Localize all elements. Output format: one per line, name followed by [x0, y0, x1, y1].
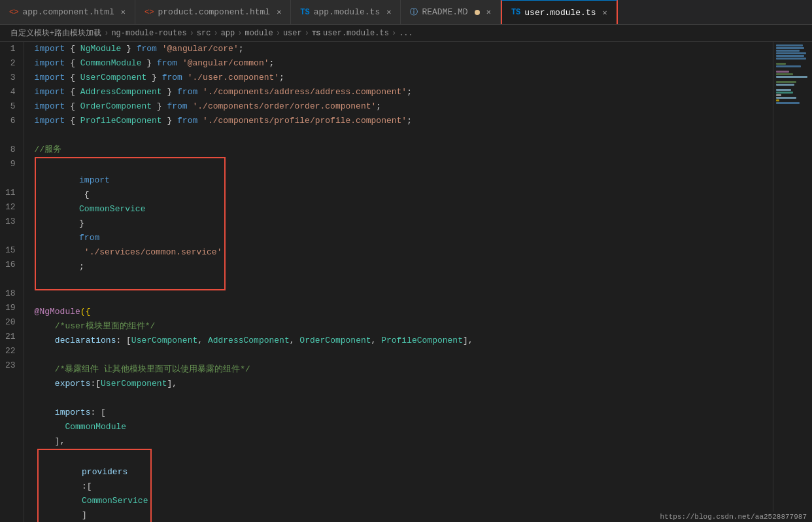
- punct: }: [121, 42, 136, 56]
- close-icon[interactable]: ✕: [486, 7, 491, 17]
- identifier: ProfileComponent: [80, 114, 162, 128]
- punct: }: [79, 218, 90, 228]
- info-icon: ⓘ: [410, 7, 418, 18]
- punct: }: [152, 99, 167, 114]
- code-line: import { CommonService } from './service…: [35, 157, 773, 290]
- tab-readme[interactable]: ⓘ README.MD ✕: [401, 0, 500, 25]
- breadcrumb: 自定义模块+路由模块加载 › ng-module-routes › src › …: [0, 25, 812, 42]
- code-line: import { ProfileComponent } from './comp…: [35, 114, 773, 128]
- property: exports: [55, 377, 91, 391]
- punct: ;: [407, 114, 412, 128]
- property: declarations: [55, 334, 116, 348]
- string: '@angular/core': [157, 42, 239, 56]
- identifier: OrderComponent: [299, 334, 371, 348]
- punct: }: [141, 56, 156, 71]
- code-line: [35, 128, 773, 143]
- close-icon[interactable]: ✕: [386, 7, 391, 17]
- breadcrumb-part: app: [221, 29, 235, 38]
- identifier: UserComponent: [101, 377, 167, 391]
- code-line: [35, 391, 773, 406]
- keyword: import: [35, 114, 65, 128]
- breadcrumb-part: ...: [399, 29, 413, 38]
- punct: ;: [269, 56, 275, 71]
- breadcrumb-part: module: [245, 29, 273, 38]
- tab-app-module[interactable]: TS app.module.ts ✕: [291, 0, 401, 25]
- keyword: import: [79, 175, 110, 185]
- breadcrumb-part: user: [283, 29, 302, 38]
- code-line: CommonModule: [35, 420, 773, 434]
- tab-label: README.MD: [422, 7, 467, 17]
- brace: ({: [80, 305, 91, 319]
- keyword: import: [35, 99, 65, 114]
- identifier: NgModule: [80, 42, 121, 56]
- code-line: import { OrderComponent } from './compon…: [35, 99, 773, 114]
- keyword: from: [137, 42, 157, 56]
- keyword: import: [35, 71, 65, 85]
- identifier: AddressComponent: [208, 334, 290, 348]
- property: providers: [82, 467, 127, 477]
- code-line: [35, 290, 773, 305]
- code-area[interactable]: import { NgModule } from '@angular/core'…: [24, 42, 773, 522]
- identifier: UserComponent: [131, 334, 197, 348]
- minimap: [773, 42, 812, 522]
- code-line: declarations : [ UserComponent , Address…: [35, 334, 773, 348]
- minimap-content: [773, 42, 812, 107]
- close-icon[interactable]: ✕: [603, 8, 607, 18]
- comment: /*user模块里面的组件*/: [55, 319, 155, 334]
- string: './user.component': [182, 71, 279, 85]
- ts-icon: TS: [511, 8, 520, 17]
- code-line: [35, 348, 773, 362]
- punct: ;: [79, 262, 84, 271]
- keyword: import: [35, 42, 65, 56]
- string: '@angular/common': [177, 56, 269, 71]
- tab-user-module[interactable]: TS user.module.ts ✕: [501, 0, 618, 25]
- punct: {: [65, 56, 80, 71]
- punct: }: [162, 114, 177, 128]
- string: './components/address/address.component': [197, 85, 407, 99]
- highlighted-providers: providers :[ CommonService ]: [37, 449, 152, 522]
- code-line: /*暴露组件 让其他模块里面可以使用暴露的组件*/: [35, 362, 773, 377]
- identifier: ProfileComponent: [381, 334, 463, 348]
- identifier: AddressComponent: [80, 85, 162, 99]
- punct: {: [65, 71, 80, 85]
- punct: }: [146, 71, 161, 85]
- highlighted-import: import { CommonService } from './service…: [35, 157, 226, 290]
- code-line: //服务: [35, 143, 773, 157]
- breadcrumb-part: ng-module-routes: [111, 29, 186, 38]
- close-icon[interactable]: ✕: [121, 7, 126, 17]
- identifier: CommonService: [79, 204, 145, 214]
- identifier: UserComponent: [80, 71, 146, 85]
- code-line: import { NgModule } from '@angular/core'…: [35, 42, 773, 56]
- identifier: CommonModule: [65, 420, 126, 434]
- html-icon: <>: [144, 8, 154, 17]
- comment: /*暴露组件 让其他模块里面可以使用暴露的组件*/: [55, 362, 250, 377]
- keyword: import: [35, 56, 65, 71]
- code-line: @NgModule ({: [35, 305, 773, 319]
- modified-dot: [475, 10, 480, 15]
- string: './services/common.service': [79, 247, 222, 257]
- status-bar: https://blog.csdn.net/aa2528877987: [655, 512, 812, 522]
- punct: {: [65, 99, 80, 114]
- tab-bar: <> app.component.html ✕ <> product.compo…: [0, 0, 812, 25]
- close-icon[interactable]: ✕: [277, 7, 281, 17]
- keyword: from: [79, 233, 99, 243]
- ts-icon: TS: [312, 29, 320, 37]
- status-url: https://blog.csdn.net/aa2528877987: [660, 513, 807, 521]
- punct: }: [162, 85, 177, 99]
- tab-label: app.module.ts: [314, 7, 380, 17]
- code-line: /*user模块里面的组件*/: [35, 319, 773, 334]
- code-line: import { UserComponent } from './user.co…: [35, 71, 773, 85]
- line-numbers: 1 2 3 4 5 6 8 9 11 12 13 15 16 18 19 20 …: [0, 42, 24, 522]
- breadcrumb-part: src: [197, 29, 211, 38]
- code-line: ],: [35, 434, 773, 449]
- identifier: CommonService: [82, 496, 148, 506]
- code-line: imports : [: [35, 406, 773, 420]
- tab-app-component[interactable]: <> app.component.html ✕: [0, 0, 135, 25]
- tab-label: product.component.html: [158, 7, 270, 17]
- decorator: @NgModule: [35, 305, 80, 319]
- tab-product-component[interactable]: <> product.component.html ✕: [135, 0, 291, 25]
- html-icon: <>: [9, 8, 18, 17]
- punct: {: [65, 85, 80, 99]
- tab-label: app.component.html: [22, 7, 114, 17]
- property: imports: [55, 406, 91, 420]
